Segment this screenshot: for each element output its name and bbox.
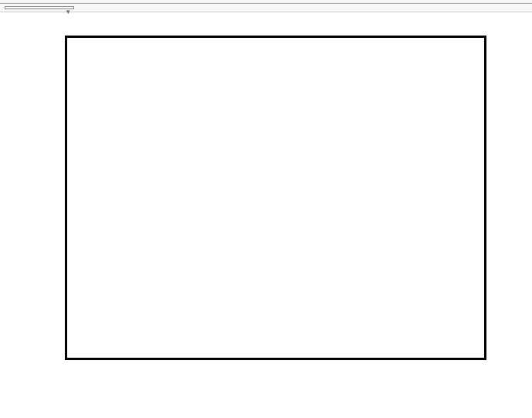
formula-bar [0, 4, 532, 12]
row-headers [0, 12, 19, 360]
digits-header [65, 12, 486, 36]
name-box[interactable] [5, 6, 74, 9]
spreadsheet-grid [0, 12, 532, 360]
sudoku-board[interactable] [65, 36, 486, 360]
